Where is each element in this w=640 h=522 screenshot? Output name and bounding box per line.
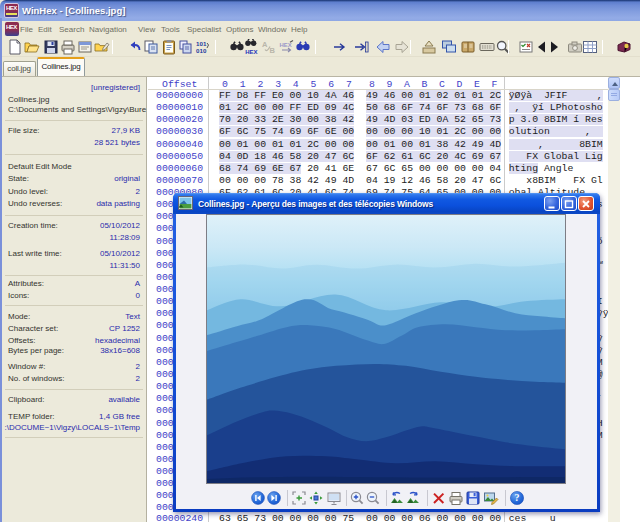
- svg-text:HEX: HEX: [246, 49, 258, 55]
- svg-text:101: 101: [196, 40, 207, 47]
- svg-text:B: B: [270, 46, 276, 55]
- svg-text:?: ?: [514, 492, 519, 503]
- svg-text:A: A: [262, 40, 268, 49]
- svg-text:010: 010: [196, 47, 207, 54]
- svg-text:HEX: HEX: [279, 42, 291, 48]
